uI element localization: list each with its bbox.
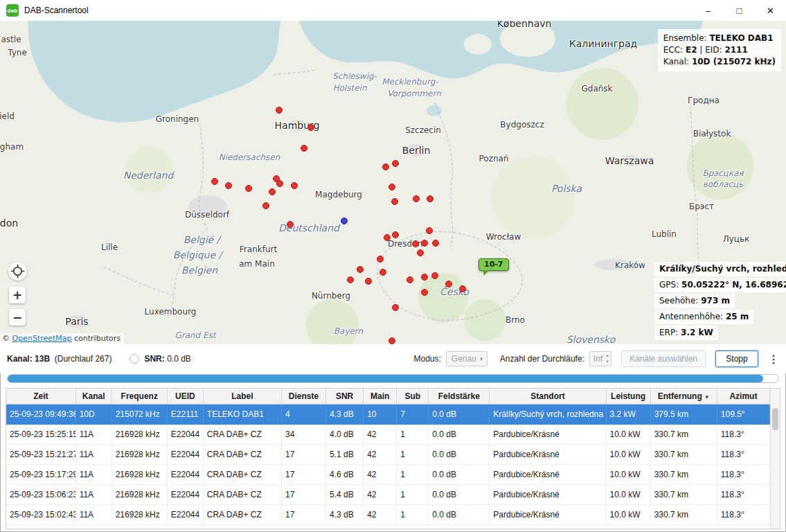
transmitter-dot[interactable]: [379, 269, 386, 276]
table-cell[interactable]: 0.0 dB: [429, 504, 490, 524]
transmitter-dot[interactable]: [459, 285, 466, 292]
transmitter-dot[interactable]: [432, 240, 439, 247]
spin-up-icon[interactable]: ▲: [605, 353, 609, 359]
column-header-snr[interactable]: SNR: [326, 389, 364, 404]
table-row[interactable]: 25-09-23 15:25:1511A216928 kHzE22044CRA …: [6, 424, 770, 444]
transmitter-dot[interactable]: [357, 266, 364, 273]
table-cell[interactable]: 11A: [75, 464, 111, 484]
runs-spinner[interactable]: Inf ▲ ▼: [589, 351, 611, 366]
column-header-zeit[interactable]: Zeit: [6, 389, 75, 404]
column-header-ueid[interactable]: UEID: [167, 389, 203, 404]
table-cell[interactable]: CRA DAB+ CZ: [203, 484, 281, 504]
column-header-label[interactable]: Label: [203, 389, 281, 404]
table-row[interactable]: 25-09-23 15:21:2711A216928 kHzE22044CRA …: [6, 444, 770, 464]
transmitter-dot[interactable]: [421, 274, 428, 281]
transmitter-dot[interactable]: [392, 304, 399, 311]
transmitter-dot[interactable]: [427, 195, 434, 202]
transmitter-dot[interactable]: [421, 240, 428, 247]
table-cell[interactable]: 10.0 kW: [606, 424, 650, 444]
spin-down-icon[interactable]: ▼: [605, 359, 609, 365]
table-cell[interactable]: 10: [364, 404, 397, 424]
table-cell[interactable]: 17: [281, 464, 325, 484]
table-cell[interactable]: E22044: [167, 504, 203, 524]
table-cell[interactable]: 42: [364, 504, 397, 524]
table-cell[interactable]: 1: [397, 464, 429, 484]
table-cell[interactable]: Pardubice/Krásné: [490, 504, 606, 524]
table-cell[interactable]: 10.0 kW: [606, 484, 650, 504]
mode-select[interactable]: Genau ▼: [446, 351, 488, 366]
table-row[interactable]: 25-09-23 15:06:2311A216928 kHzE22044CRA …: [6, 484, 770, 504]
transmitter-dot[interactable]: [417, 249, 424, 256]
transmitter-dot[interactable]: [445, 281, 452, 287]
table-cell[interactable]: 109.5°: [717, 404, 769, 424]
table-cell[interactable]: 25-09-23 15:17:29: [6, 464, 75, 484]
channel-marker[interactable]: 10-7: [479, 258, 509, 271]
table-cell[interactable]: CRA DAB+ CZ: [203, 504, 281, 524]
transmitter-dot[interactable]: [291, 182, 298, 189]
table-cell[interactable]: 4.6 dB: [326, 464, 364, 484]
transmitter-dot[interactable]: [412, 240, 419, 247]
transmitter-dot[interactable]: [269, 188, 276, 195]
table-cell[interactable]: 4.3 dB: [326, 404, 364, 424]
table-cell[interactable]: E22044: [167, 484, 203, 504]
table-cell[interactable]: E22111: [167, 404, 203, 424]
table-cell[interactable]: 330.7 km: [650, 464, 717, 484]
map-view[interactable]: KøbenhavnКалининградastleTyneieldghamdon…: [0, 21, 786, 344]
table-cell[interactable]: 17: [281, 484, 325, 504]
table-cell[interactable]: 11A: [75, 424, 111, 444]
transmitter-dot[interactable]: [382, 163, 389, 170]
table-cell[interactable]: 1: [397, 484, 429, 504]
table-cell[interactable]: 215072 kHz: [111, 404, 167, 424]
table-cell[interactable]: 0.0 dB: [429, 424, 490, 444]
table-cell[interactable]: 330.7 km: [650, 484, 717, 504]
transmitter-dot[interactable]: [392, 231, 399, 238]
table-cell[interactable]: 216928 kHz: [111, 424, 167, 444]
table-cell[interactable]: 216928 kHz: [111, 504, 167, 524]
table-cell[interactable]: 216928 kHz: [111, 444, 167, 464]
table-row[interactable]: 25-09-23 15:17:2911A216928 kHzE22044CRA …: [6, 464, 770, 484]
column-header-kanal[interactable]: Kanal: [75, 389, 111, 404]
transmitter-dot[interactable]: [262, 202, 269, 209]
table-cell[interactable]: 10D: [75, 404, 111, 424]
table-cell[interactable]: 216928 kHz: [111, 464, 167, 484]
table-cell[interactable]: Pardubice/Krásné: [490, 424, 606, 444]
table-cell[interactable]: 118.3°: [717, 464, 769, 484]
table-cell[interactable]: Pardubice/Krásné: [490, 464, 606, 484]
table-cell[interactable]: 330.7 km: [650, 444, 717, 464]
transmitter-dot[interactable]: [377, 256, 384, 263]
transmitter-dot[interactable]: [347, 276, 354, 283]
column-header-azimut[interactable]: Azimut: [717, 389, 769, 404]
table-cell[interactable]: 42: [364, 444, 397, 464]
spinner-arrows[interactable]: ▲ ▼: [605, 353, 609, 365]
table-cell[interactable]: 4.3 dB: [326, 504, 364, 524]
close-button[interactable]: ✕: [755, 0, 786, 21]
transmitter-dot[interactable]: [426, 227, 433, 234]
transmitter-dot[interactable]: [407, 276, 413, 283]
transmitter-dot[interactable]: [388, 184, 395, 190]
transmitter-dot[interactable]: [388, 337, 395, 344]
stop-button[interactable]: Stopp: [715, 351, 758, 367]
table-cell[interactable]: TELEKO DAB1: [203, 404, 281, 424]
table-cell[interactable]: 330.7 km: [650, 504, 717, 524]
table-cell[interactable]: 17: [281, 444, 325, 464]
table-scrollbar[interactable]: [770, 389, 780, 529]
table-cell[interactable]: 10.0 kW: [606, 444, 650, 464]
table-cell[interactable]: CRA DAB+ CZ: [203, 424, 281, 444]
table-cell[interactable]: 25-09-23 09:49:36: [6, 404, 75, 424]
table-cell[interactable]: 5.1 dB: [326, 444, 364, 464]
zoom-in-button[interactable]: +: [9, 287, 26, 303]
transmitter-dot[interactable]: [307, 124, 314, 131]
table-cell[interactable]: 1: [397, 424, 429, 444]
transmitter-dot[interactable]: [413, 195, 420, 202]
table-cell[interactable]: 10.0 kW: [606, 464, 650, 484]
transmitter-dot[interactable]: [276, 180, 283, 187]
column-header-dienste[interactable]: Dienste: [281, 389, 325, 404]
maximize-button[interactable]: □: [724, 0, 755, 21]
zoom-out-button[interactable]: −: [9, 309, 26, 326]
table-cell[interactable]: E22044: [167, 444, 203, 464]
overflow-menu-icon[interactable]: ⋮: [768, 353, 779, 366]
transmitter-dot[interactable]: [421, 289, 428, 296]
transmitter-dot[interactable]: [287, 221, 294, 228]
table-row[interactable]: 25-09-23 09:49:3610D215072 kHzE22111TELE…: [6, 404, 770, 424]
table-cell[interactable]: Pardubice/Krásné: [490, 484, 606, 504]
